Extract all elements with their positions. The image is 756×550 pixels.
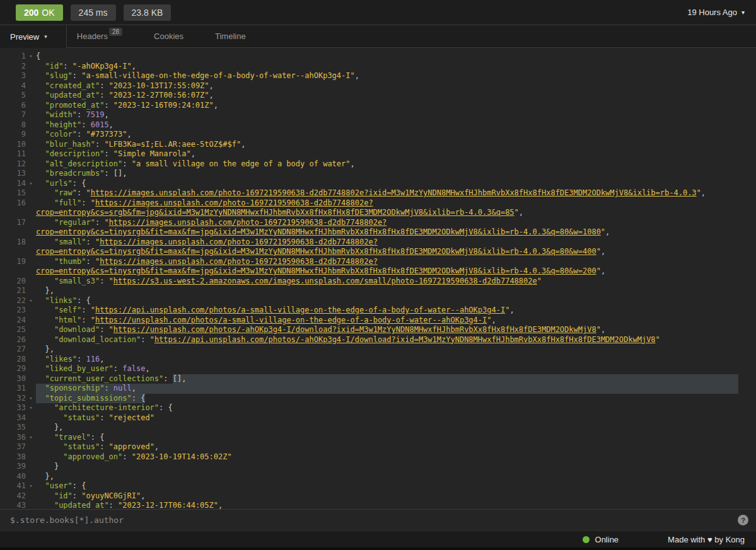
json-url-link[interactable]: crop=entropy&cs=tinysrgb&fit=max&fm=jpg&…: [36, 266, 596, 277]
code-content[interactable]: "updated_at": "2023-12-17T06:44:05Z",: [36, 501, 738, 509]
fold-arrow-icon[interactable]: ▾: [26, 296, 36, 306]
code-line-9: 9 "color": "#737373",: [0, 130, 756, 140]
filter-help-icon[interactable]: ?: [738, 515, 748, 525]
code-token: ,: [104, 110, 108, 120]
code-content[interactable]: "slug": "a-small-village-on-the-edge-of-…: [36, 71, 738, 81]
tab-preview-dropdown[interactable]: Preview ▾: [0, 25, 66, 48]
tab-timeline-label: Timeline: [215, 32, 246, 41]
json-url-link[interactable]: https://images.unsplash.com/photo-169721…: [100, 238, 378, 248]
code-content[interactable]: },: [36, 472, 738, 482]
code-token: "2023-10-19T14:05:02Z": [132, 452, 232, 462]
json-url-link[interactable]: crop=entropy&cs=tinysrgb&fit=max&fm=jpg&…: [36, 227, 601, 238]
online-status-toggle[interactable]: Online: [583, 535, 619, 544]
json-url-link[interactable]: crop=entropy&cs=tinysrgb&fit=max&fm=jpg&…: [36, 247, 596, 257]
json-url-link[interactable]: https://api.unsplash.com/photos/a-small-…: [95, 306, 505, 316]
line-number: 6: [0, 101, 26, 111]
code-content[interactable]: "color": "#737373",: [36, 130, 738, 140]
code-token: "slug": [45, 71, 72, 81]
kong-credit-link[interactable]: Made with ♥ by Kong: [668, 535, 745, 544]
json-url-link[interactable]: https://unsplash.com/photos/a-small-vill…: [95, 316, 487, 326]
fold-arrow-icon[interactable]: ▾: [26, 394, 36, 404]
code-token: :: [100, 325, 108, 335]
code-content[interactable]: "html": "https://unsplash.com/photos/a-s…: [36, 316, 738, 326]
code-token: "updated_at": [54, 501, 109, 509]
code-content[interactable]: "blur_hash": "LFB3Ka=sI;EL.AR:aee-5tOZ$#…: [36, 140, 738, 150]
code-content[interactable]: "self": "https://api.unsplash.com/photos…: [36, 306, 738, 316]
code-content[interactable]: "architecture-interior": {: [36, 403, 738, 413]
code-content[interactable]: "small_s3": "https://s3.us-west-2.amazon…: [36, 277, 738, 287]
tab-headers[interactable]: Headers 28: [77, 32, 122, 41]
line-number: 20: [0, 277, 26, 287]
json-url-link[interactable]: crop=entropy&cs=srgb&fm=jpg&ixid=M3w1MzY…: [36, 208, 515, 218]
code-content[interactable]: "id": "oyuyNC0GjRI",: [36, 491, 738, 501]
code-content[interactable]: "status": "approved",: [36, 442, 738, 452]
code-content[interactable]: "approved_on": "2023-10-19T14:05:02Z": [36, 452, 738, 462]
code-content[interactable]: "current_user_collections": [],: [36, 374, 738, 384]
json-url-link[interactable]: https://images.unsplash.com/photo-169721…: [109, 218, 387, 228]
code-content[interactable]: "created_at": "2023-10-13T17:55:09Z",: [36, 81, 738, 91]
code-token: ": [104, 218, 108, 228]
code-content[interactable]: "full": "https://images.unsplash.com/pho…: [36, 198, 738, 209]
code-content[interactable]: "status": "rejected": [36, 413, 738, 423]
json-url-link[interactable]: https://unsplash.com/photos/-ahOKp3g4-I/…: [113, 325, 596, 335]
line-number: 15: [0, 188, 26, 198]
fold-arrow-icon[interactable]: ▾: [26, 179, 36, 189]
fold-arrow-icon[interactable]: ▾: [26, 433, 36, 443]
json-url-link[interactable]: https://images.unsplash.com/photo-169721…: [95, 198, 373, 209]
code-content[interactable]: "thumb": "https://images.unsplash.com/ph…: [36, 257, 738, 267]
code-content[interactable]: "id": "-ahOKp3g4-I",: [36, 62, 738, 72]
code-content[interactable]: },: [36, 286, 738, 296]
code-line-4: 4 "created_at": "2023-10-13T17:55:09Z",: [0, 81, 756, 91]
code-content[interactable]: "liked_by_user": false,: [36, 364, 738, 374]
code-content[interactable]: {: [36, 52, 738, 62]
json-url-link[interactable]: https://images.unsplash.com/photo-169721…: [91, 188, 697, 198]
code-content[interactable]: "links": {: [36, 296, 738, 306]
code-token: :: [86, 257, 95, 267]
tab-timeline[interactable]: Timeline: [215, 32, 246, 41]
code-content[interactable]: "alt_description": "a small village on t…: [36, 159, 738, 169]
code-token: ,: [209, 81, 214, 91]
code-content[interactable]: crop=entropy&cs=tinysrgb&fit=max&fm=jpg&…: [36, 266, 738, 277]
response-history-dropdown[interactable]: 19 Hours Ago ▾: [687, 8, 745, 17]
jsonpath-filter-input[interactable]: [10, 515, 738, 525]
code-content[interactable]: "user": {: [36, 481, 738, 491]
code-content[interactable]: "regular": "https://images.unsplash.com/…: [36, 218, 738, 228]
code-content[interactable]: "download_location": "https://api.unspla…: [36, 335, 738, 345]
code-content[interactable]: "likes": 116,: [36, 355, 738, 365]
code-content[interactable]: "raw": "https://images.unsplash.com/phot…: [36, 188, 738, 198]
code-token: "updated_at": [45, 91, 100, 101]
code-content[interactable]: "urls": {: [36, 179, 738, 189]
selection-fill: [136, 384, 738, 394]
code-content[interactable]: "sponsorship": null,: [36, 384, 738, 394]
code-content[interactable]: crop=entropy&cs=srgb&fm=jpg&ixid=M3w1MzY…: [36, 208, 738, 218]
status-code: 200: [24, 8, 38, 18]
json-url-link[interactable]: https://s3.us-west-2.amazonaws.com/image…: [113, 277, 537, 287]
code-token: :: [81, 306, 90, 316]
code-content[interactable]: }: [36, 462, 738, 472]
json-preview-editor[interactable]: 1▾{2 "id": "-ahOKp3g4-I",3 "slug": "a-sm…: [0, 48, 756, 509]
code-content[interactable]: "description": "Simple Manarola",: [36, 149, 738, 159]
fold-arrow-icon[interactable]: ▾: [26, 403, 36, 413]
code-token: [36, 491, 54, 501]
code-content[interactable]: "topic_submissions": {: [36, 394, 738, 404]
fold-arrow-icon[interactable]: ▾: [26, 52, 36, 62]
code-content[interactable]: },: [36, 345, 738, 355]
code-content[interactable]: "height": 6015,: [36, 120, 738, 130]
code-content[interactable]: crop=entropy&cs=tinysrgb&fit=max&fm=jpg&…: [36, 227, 738, 238]
code-content[interactable]: crop=entropy&cs=tinysrgb&fit=max&fm=jpg&…: [36, 247, 738, 257]
code-content[interactable]: "width": 7519,: [36, 110, 738, 120]
code-content[interactable]: "updated_at": "2023-12-27T00:56:07Z",: [36, 91, 738, 101]
code-content[interactable]: "promoted_at": "2023-12-16T09:24:01Z",: [36, 101, 738, 111]
fold-arrow-icon[interactable]: ▾: [26, 481, 36, 491]
code-token: [36, 159, 45, 169]
code-content[interactable]: "small": "https://images.unsplash.com/ph…: [36, 238, 738, 248]
json-url-link[interactable]: https://api.unsplash.com/photos/-ahOKp3g…: [154, 335, 656, 345]
code-content[interactable]: },: [36, 423, 738, 433]
code-token: [36, 277, 54, 287]
tab-cookies[interactable]: Cookies: [154, 32, 183, 41]
code-content[interactable]: "travel": {: [36, 433, 738, 443]
code-content[interactable]: "download": "https://unsplash.com/photos…: [36, 325, 738, 335]
code-content[interactable]: "breadcrumbs": [],: [36, 169, 738, 179]
json-url-link[interactable]: https://images.unsplash.com/photo-169721…: [100, 257, 378, 267]
code-token: :: [77, 296, 86, 306]
